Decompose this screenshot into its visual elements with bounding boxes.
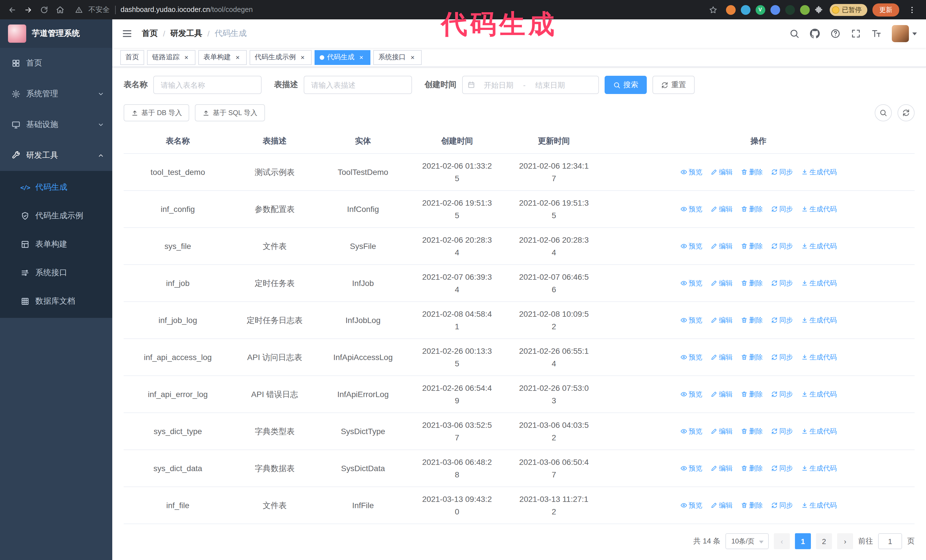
tab-close-icon[interactable]: ×	[357, 53, 365, 61]
extension-icon-green-v[interactable]: V	[755, 5, 765, 15]
op-delete-link[interactable]: 删除	[740, 462, 763, 474]
op-sync-link[interactable]: 同步	[771, 351, 793, 363]
op-preview-link[interactable]: 预览	[680, 314, 702, 326]
github-icon[interactable]	[810, 29, 820, 39]
tab-system-api[interactable]: 系统接口×	[373, 50, 422, 65]
extension-icon-dark[interactable]	[785, 5, 794, 15]
breadcrumb-item[interactable]: 研发工具	[170, 29, 202, 39]
op-preview-link[interactable]: 预览	[680, 499, 702, 511]
extension-icon-blue-drop[interactable]	[740, 5, 750, 15]
tab-codegen[interactable]: 代码生成×	[315, 50, 371, 65]
user-menu[interactable]	[892, 25, 917, 42]
goto-page-input[interactable]	[878, 533, 902, 549]
start-date-input[interactable]	[477, 81, 521, 89]
op-delete-link[interactable]: 删除	[740, 499, 763, 511]
extension-icon-people[interactable]	[770, 5, 780, 15]
browser-back-icon[interactable]	[5, 2, 20, 17]
op-sync-link[interactable]: 同步	[771, 202, 793, 215]
tab-close-icon[interactable]: ×	[182, 53, 190, 61]
op-edit-link[interactable]: 编辑	[710, 314, 732, 326]
app-logo[interactable]: 芋道管理系统	[0, 20, 112, 48]
op-edit-link[interactable]: 编辑	[710, 276, 732, 289]
op-delete-link[interactable]: 删除	[740, 276, 763, 289]
page-button-2[interactable]: 2	[816, 533, 832, 549]
sidebar-item-dev-tools[interactable]: 研发工具	[0, 140, 112, 171]
browser-reload-icon[interactable]	[36, 2, 51, 17]
op-edit-link[interactable]: 编辑	[710, 166, 732, 178]
browser-home-icon[interactable]	[53, 2, 67, 17]
op-generate-link[interactable]: 生成代码	[801, 314, 837, 326]
prev-page-button[interactable]: ‹	[774, 533, 790, 549]
search-button[interactable]: 搜索	[605, 76, 647, 94]
hamburger-icon[interactable]	[121, 28, 133, 39]
fullscreen-icon[interactable]	[851, 29, 861, 39]
op-edit-link[interactable]: 编辑	[710, 202, 732, 215]
sidebar-item-form-builder[interactable]: 表单构建	[0, 230, 112, 259]
op-preview-link[interactable]: 预览	[680, 276, 702, 289]
op-sync-link[interactable]: 同步	[771, 240, 793, 252]
import-sql-button[interactable]: 基于 SQL 导入	[195, 104, 265, 121]
sidebar-item-system[interactable]: 系统管理	[0, 78, 112, 109]
bookmark-star-icon[interactable]	[706, 2, 720, 17]
search-icon[interactable]	[789, 29, 799, 39]
update-button[interactable]: 更新	[872, 3, 899, 16]
font-size-icon[interactable]	[871, 29, 882, 39]
page-button-1[interactable]: 1	[795, 533, 811, 549]
op-edit-link[interactable]: 编辑	[710, 240, 732, 252]
op-sync-link[interactable]: 同步	[771, 314, 793, 326]
op-delete-link[interactable]: 删除	[740, 240, 763, 252]
toggle-search-button[interactable]	[875, 104, 892, 121]
tab-form-builder[interactable]: 表单构建×	[198, 50, 247, 65]
url-text[interactable]: dashboard.yudao.iocoder.cn/tool/codegen	[121, 6, 253, 14]
breadcrumb-item[interactable]: 首页	[142, 29, 158, 39]
op-generate-link[interactable]: 生成代码	[801, 202, 837, 215]
op-sync-link[interactable]: 同步	[771, 388, 793, 400]
reset-button[interactable]: 重置	[652, 76, 694, 94]
browser-menu-kebab-icon[interactable]	[904, 2, 919, 17]
op-edit-link[interactable]: 编辑	[710, 351, 732, 363]
op-preview-link[interactable]: 预览	[680, 351, 702, 363]
op-preview-link[interactable]: 预览	[680, 388, 702, 400]
op-edit-link[interactable]: 编辑	[710, 462, 732, 474]
op-generate-link[interactable]: 生成代码	[801, 276, 837, 289]
op-delete-link[interactable]: 删除	[740, 314, 763, 326]
op-generate-link[interactable]: 生成代码	[801, 462, 837, 474]
extension-icon-orange[interactable]	[726, 5, 735, 15]
tab-home[interactable]: 首页	[120, 50, 144, 65]
address-bar[interactable]: 不安全 dashboard.yudao.iocoder.cn/tool/code…	[74, 5, 253, 15]
sidebar-item-codegen[interactable]: </>代码生成	[0, 173, 112, 202]
sidebar-item-infra[interactable]: 基础设施	[0, 109, 112, 140]
op-generate-link[interactable]: 生成代码	[801, 351, 837, 363]
op-sync-link[interactable]: 同步	[771, 276, 793, 289]
op-generate-link[interactable]: 生成代码	[801, 240, 837, 252]
sidebar-item-system-api[interactable]: 系统接口	[0, 259, 112, 287]
browser-forward-icon[interactable]	[21, 2, 35, 17]
page-size-select[interactable]: 10条/页	[726, 533, 769, 549]
op-sync-link[interactable]: 同步	[771, 499, 793, 511]
op-preview-link[interactable]: 预览	[680, 240, 702, 252]
sidebar-item-codegen-example[interactable]: 代码生成示例	[0, 202, 112, 230]
tab-close-icon[interactable]: ×	[234, 53, 242, 61]
op-delete-link[interactable]: 删除	[740, 166, 763, 178]
tab-tracer[interactable]: 链路追踪×	[147, 50, 195, 65]
tab-codegen-example[interactable]: 代码生成示例×	[250, 50, 312, 65]
op-edit-link[interactable]: 编辑	[710, 425, 732, 437]
op-edit-link[interactable]: 编辑	[710, 499, 732, 511]
op-sync-link[interactable]: 同步	[771, 462, 793, 474]
next-page-button[interactable]: ›	[837, 533, 853, 549]
op-delete-link[interactable]: 删除	[740, 425, 763, 437]
refresh-table-button[interactable]	[897, 104, 915, 121]
tab-close-icon[interactable]: ×	[299, 53, 307, 61]
tab-close-icon[interactable]: ×	[409, 53, 416, 61]
table-desc-input[interactable]	[304, 76, 412, 94]
sidebar-item-home[interactable]: 首页	[0, 48, 112, 78]
end-date-input[interactable]	[528, 81, 572, 89]
op-generate-link[interactable]: 生成代码	[801, 388, 837, 400]
create-time-range-picker[interactable]: -	[462, 76, 599, 94]
op-generate-link[interactable]: 生成代码	[801, 425, 837, 437]
help-icon[interactable]	[830, 29, 841, 39]
extension-icon-green[interactable]	[800, 5, 809, 15]
op-generate-link[interactable]: 生成代码	[801, 499, 837, 511]
op-delete-link[interactable]: 删除	[740, 202, 763, 215]
op-generate-link[interactable]: 生成代码	[801, 166, 837, 178]
